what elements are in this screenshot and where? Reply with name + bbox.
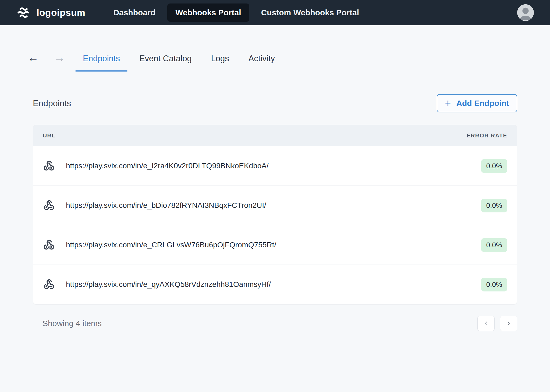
webhook-icon [43, 278, 55, 291]
error-rate-badge: 0.0% [481, 278, 507, 291]
next-page-button[interactable] [500, 316, 517, 331]
endpoint-url: https://play.svix.com/in/e_qyAXKQ58rVdzn… [66, 280, 481, 289]
column-header-error-rate: ERROR RATE [467, 132, 507, 139]
back-arrow-icon[interactable]: ← [26, 52, 40, 72]
items-count-text: Showing 4 items [42, 319, 102, 328]
brand-logo[interactable]: logoipsum [16, 7, 85, 19]
nav-item-custom-webhooks-portal[interactable]: Custom Webhooks Portal [253, 3, 367, 22]
tabs: Endpoints Event Catalog Logs Activity [83, 54, 275, 72]
user-avatar[interactable] [517, 4, 534, 21]
table-row[interactable]: https://play.svix.com/in/e_CRLGLvsW76Bu6… [33, 225, 517, 265]
portal-tab-bar: ← → Endpoints Event Catalog Logs Activit… [0, 52, 550, 72]
forward-arrow-icon[interactable]: → [52, 52, 67, 72]
endpoint-url: https://play.svix.com/in/e_bDio782fRYNAI… [66, 201, 481, 210]
tab-activity[interactable]: Activity [249, 54, 275, 72]
table-row[interactable]: https://play.svix.com/in/e_qyAXKQ58rVdzn… [33, 265, 517, 304]
pagination [477, 316, 517, 331]
webhook-icon [43, 239, 55, 251]
add-endpoint-button[interactable]: + Add Endpoint [437, 94, 517, 112]
chevron-left-icon [483, 320, 489, 326]
endpoints-table: URL ERROR RATE https://play.svix.com/in/… [33, 125, 517, 304]
webhook-icon [43, 160, 55, 172]
brand-name: logoipsum [37, 7, 85, 18]
add-endpoint-label: Add Endpoint [456, 99, 509, 108]
table-row[interactable]: https://play.svix.com/in/e_bDio782fRYNAI… [33, 186, 517, 225]
error-rate-badge: 0.0% [481, 159, 507, 173]
tab-logs[interactable]: Logs [211, 54, 229, 72]
endpoint-url: https://play.svix.com/in/e_I2ra4K0v2r0DL… [66, 162, 481, 170]
nav-item-dashboard[interactable]: Dashboard [105, 3, 164, 22]
table-row[interactable]: https://play.svix.com/in/e_I2ra4K0v2r0DL… [33, 146, 517, 186]
previous-page-button[interactable] [477, 316, 495, 331]
table-footer: Showing 4 items [33, 316, 517, 331]
table-header-row: URL ERROR RATE [33, 125, 517, 146]
webhook-icon [43, 199, 55, 212]
page-header: Endpoints + Add Endpoint [33, 94, 517, 112]
endpoint-url: https://play.svix.com/in/e_CRLGLvsW76Bu6… [66, 241, 481, 249]
page-title: Endpoints [33, 98, 71, 108]
plus-icon: + [445, 98, 451, 108]
top-navigation-bar: logoipsum Dashboard Webhooks Portal Cust… [0, 0, 550, 25]
tab-endpoints[interactable]: Endpoints [83, 54, 120, 72]
error-rate-badge: 0.0% [481, 238, 507, 252]
tab-event-catalog[interactable]: Event Catalog [139, 54, 192, 72]
main-nav: Dashboard Webhooks Portal Custom Webhook… [105, 3, 367, 22]
endpoints-page: Endpoints + Add Endpoint URL ERROR RATE … [0, 94, 550, 331]
column-header-url: URL [43, 132, 55, 139]
waves-icon [16, 7, 32, 19]
error-rate-badge: 0.0% [481, 199, 507, 212]
nav-item-webhooks-portal[interactable]: Webhooks Portal [167, 3, 249, 22]
chevron-right-icon [506, 320, 512, 326]
